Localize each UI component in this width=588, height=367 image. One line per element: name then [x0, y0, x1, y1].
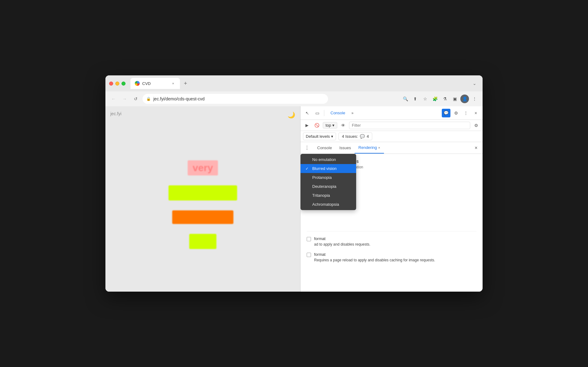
- maximize-traffic-light[interactable]: [121, 82, 126, 86]
- play-button[interactable]: ▶: [303, 121, 311, 129]
- ban-button[interactable]: 🚫: [313, 121, 321, 129]
- minimize-traffic-light[interactable]: [115, 82, 119, 86]
- extension2-button[interactable]: ⚗: [441, 95, 449, 103]
- new-tab-button[interactable]: +: [181, 79, 190, 88]
- word-inaccessible: inaccessible: [168, 185, 237, 200]
- word-row-very: very: [123, 160, 283, 175]
- word-row-inaccessible: inaccessible: [123, 185, 283, 200]
- devtools-toolbar: ↖ ▭ Console » 💬: [300, 106, 483, 120]
- tab-favicon-icon: [135, 81, 140, 86]
- browser-window: CVD × + ⌄ ← → ↺ 🔒 jec.fyi/demo/cds-quest…: [105, 75, 483, 292]
- word-row-text: text: [123, 234, 283, 249]
- bookmark-button[interactable]: ☆: [421, 95, 429, 103]
- context-chevron-icon: ▾: [332, 123, 334, 128]
- address-input[interactable]: 🔒 jec.fyi/demo/cds-quest-cvd: [143, 94, 328, 104]
- word-low-contrast: low-contrast: [172, 210, 233, 224]
- checkbox-local-fonts[interactable]: [307, 237, 311, 241]
- main-content: jec.fyi 🌙 very inaccessible low-contrast…: [105, 106, 483, 292]
- share-icon: ⬆: [413, 96, 417, 101]
- dropdown-item-protanopia[interactable]: Protanopia: [300, 173, 356, 182]
- word-row-low-contrast: low-contrast: [123, 210, 283, 224]
- issues-count-button[interactable]: 4 Issues: 💬 4: [339, 133, 372, 140]
- word-display: very inaccessible low-contrast text: [110, 122, 295, 287]
- search-icon: 🔍: [403, 96, 408, 101]
- tab-close-button[interactable]: ×: [171, 81, 176, 86]
- devtools-tabs: Console »: [327, 109, 441, 116]
- eye-button[interactable]: 👁: [339, 121, 347, 129]
- forward-icon: →: [122, 96, 127, 101]
- checkbox-image-cache[interactable]: [307, 253, 311, 257]
- checkbox-row-2: format Requires a page reload to apply a…: [307, 252, 476, 263]
- beaker-icon: ⚗: [443, 96, 447, 101]
- vision-emulation-dropdown[interactable]: No emulation ✓ Blurred vision Protanopia…: [300, 154, 356, 210]
- gear-icon: ⚙: [454, 111, 458, 116]
- devtools-more-button[interactable]: ⋮: [462, 109, 470, 117]
- tab-rendering-close-button[interactable]: ×: [378, 146, 380, 150]
- traffic-lights: [109, 82, 126, 86]
- sub-tabs: ⋮ Console Issues Rendering × ×: [300, 142, 483, 154]
- active-tab[interactable]: CVD ×: [130, 78, 180, 89]
- more-menu-button[interactable]: ⋮: [470, 95, 479, 103]
- checkbox-section: format ad to apply and disables requests…: [307, 231, 476, 263]
- dropdown-item-tritanopia[interactable]: Tritanopia: [300, 191, 356, 200]
- tab-chevron-icon[interactable]: ⌄: [470, 80, 479, 87]
- console-gear-icon: ⚙: [474, 123, 478, 128]
- dropdown-item-achromatopsia[interactable]: Achromatopsia: [300, 200, 356, 209]
- devtools-settings-button[interactable]: ⚙: [452, 109, 460, 117]
- tab-console[interactable]: Console: [327, 109, 349, 116]
- more-icon: ⋮: [472, 96, 477, 101]
- bookmark-icon: ☆: [423, 96, 427, 101]
- sidebar-button[interactable]: ▣: [450, 95, 459, 103]
- close-all-icon: ×: [475, 145, 477, 151]
- tab-console-sub[interactable]: Console: [313, 142, 336, 154]
- back-button[interactable]: ←: [109, 95, 118, 103]
- devtools-more-icon: ⋮: [464, 111, 468, 116]
- cursor-tool-button[interactable]: ↖: [303, 109, 312, 117]
- device-icon: ▭: [315, 111, 319, 116]
- profile-button[interactable]: 👤: [460, 95, 469, 103]
- address-bar: ← → ↺ 🔒 jec.fyi/demo/cds-quest-cvd 🔍 ⬆ ☆…: [105, 91, 483, 106]
- reload-button[interactable]: ↺: [131, 95, 140, 103]
- check-mark-selected: ✓: [305, 167, 310, 171]
- messages-button[interactable]: 💬: [442, 109, 450, 117]
- sub-tab-menu-button[interactable]: ⋮: [303, 144, 311, 152]
- webpage: jec.fyi 🌙 very inaccessible low-contrast…: [105, 106, 300, 292]
- device-tool-button[interactable]: ▭: [313, 109, 322, 117]
- filter-input[interactable]: [349, 122, 470, 129]
- issues-icon: 💬: [360, 134, 365, 139]
- more-tabs-icon: »: [352, 111, 354, 115]
- word-very: very: [188, 160, 218, 175]
- dropdown-item-blurred-vision[interactable]: ✓ Blurred vision: [300, 164, 356, 173]
- dropdown-item-no-emulation[interactable]: No emulation: [300, 155, 356, 164]
- tab-title: CVD: [142, 81, 168, 86]
- extensions-button[interactable]: 🧩: [431, 95, 439, 103]
- rendering-panel[interactable]: Emulate vision deficiencies Forces visio…: [300, 154, 483, 292]
- word-text: text: [189, 234, 217, 249]
- messages-icon: 💬: [444, 111, 449, 115]
- issues-count-value: 4: [367, 134, 369, 139]
- title-bar: CVD × + ⌄: [105, 75, 483, 91]
- devtools-close-button[interactable]: ×: [471, 109, 480, 117]
- context-selector[interactable]: top ▾: [323, 122, 337, 129]
- dropdown-item-deuteranopia[interactable]: Deuteranopia: [300, 182, 356, 191]
- default-levels-dropdown[interactable]: Default levels ▾: [303, 133, 336, 140]
- issues-bar: Default levels ▾ 4 Issues: 💬 4: [300, 131, 483, 142]
- context-label: top: [326, 123, 331, 128]
- share-button[interactable]: ⬆: [411, 95, 420, 103]
- eye-icon: 👁: [341, 123, 345, 128]
- search-button[interactable]: 🔍: [401, 95, 410, 103]
- close-traffic-light[interactable]: [109, 82, 113, 86]
- forward-button[interactable]: →: [120, 95, 129, 103]
- devtools-panel: ↖ ▭ Console » 💬: [300, 106, 483, 292]
- close-icon: ×: [475, 111, 477, 116]
- console-toolbar: ▶ 🚫 top ▾ 👁 ⚙: [300, 120, 483, 131]
- tabs-more-button[interactable]: »: [350, 110, 356, 116]
- tab-issues[interactable]: Issues: [336, 142, 355, 154]
- extensions-icon: 🧩: [432, 96, 438, 101]
- tab-rendering[interactable]: Rendering ×: [355, 142, 384, 154]
- console-settings-button[interactable]: ⚙: [472, 121, 480, 129]
- webpage-brand: jec.fyi: [110, 111, 295, 116]
- close-all-tabs-button[interactable]: ×: [472, 144, 480, 152]
- checkbox-1-text: format ad to apply and disables requests…: [314, 236, 370, 247]
- tab-bar-right: ⌄: [470, 80, 479, 87]
